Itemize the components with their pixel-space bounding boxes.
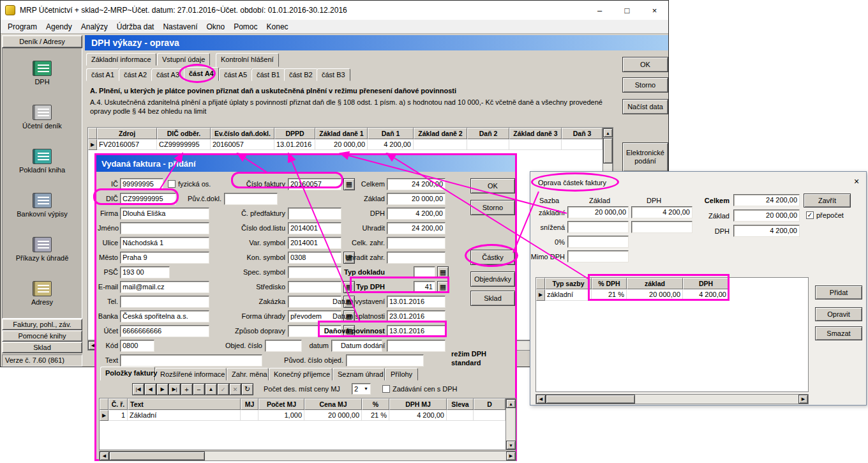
- sklad-button[interactable]: Sklad: [470, 291, 515, 306]
- nav-first-button[interactable]: |◀: [132, 383, 144, 395]
- menu-agendy[interactable]: Agendy: [41, 20, 77, 33]
- menu-okno[interactable]: Okno: [202, 20, 229, 33]
- typ-dph-field[interactable]: 41: [414, 281, 435, 293]
- ulice-field[interactable]: Náchodská 1: [120, 237, 209, 249]
- elektronicke-podani-button[interactable]: Elektronické podání: [622, 142, 668, 172]
- items-vscrollbar[interactable]: ▲ ▼: [505, 398, 516, 450]
- menu-program[interactable]: Program: [3, 20, 41, 33]
- pridat-button[interactable]: Přidat: [815, 285, 862, 300]
- sidebar-item-ucetni-denik[interactable]: Účetní deník: [22, 105, 62, 130]
- dph-cell-zaklad1[interactable]: 20 000,00: [315, 139, 368, 150]
- sidebar-item-adresy[interactable]: Adresy: [31, 281, 53, 306]
- items-col-dph-mj[interactable]: DPH MJ: [389, 398, 447, 410]
- nav-next-button[interactable]: ▶: [156, 383, 168, 395]
- vscroll-thumb[interactable]: [603, 138, 613, 163]
- oprava-col-indicator[interactable]: [536, 278, 545, 289]
- items-col-indicator[interactable]: [100, 398, 108, 410]
- menu-udrzba-dat[interactable]: Údržba dat: [112, 20, 159, 33]
- invoice-titlebar[interactable]: Vydaná faktura - přidání: [96, 155, 515, 172]
- menu-nastaveni[interactable]: Nastavení: [158, 20, 202, 33]
- typ-dph-lookup-button[interactable]: ▦: [437, 281, 449, 293]
- menu-pomoc[interactable]: Pomoc: [229, 20, 262, 33]
- puvod-cislo-objed-field[interactable]: [346, 354, 424, 367]
- nav-insert-button[interactable]: +: [181, 383, 193, 395]
- nav-prior-button[interactable]: ◀: [144, 383, 156, 395]
- hscroll-thumb[interactable]: [109, 452, 205, 460]
- dph-cell-dan1[interactable]: 4 200,00: [368, 139, 414, 150]
- opravit-button[interactable]: Opravit: [815, 307, 862, 321]
- text-field[interactable]: [120, 354, 262, 367]
- items-cell-pct[interactable]: 21 %: [362, 410, 389, 421]
- tab-konecny-prijemce[interactable]: Konečný příjemce: [269, 368, 333, 381]
- menu-analyzy[interactable]: Analýzy: [77, 20, 112, 33]
- oprava-close-button[interactable]: ×: [851, 176, 862, 187]
- firma-field[interactable]: Dlouhá Eliška: [120, 208, 209, 220]
- oprava-cell-zaklad[interactable]: 20 000,00: [627, 289, 683, 301]
- tab-cast-a5[interactable]: část A5: [219, 68, 252, 81]
- sidebar-item-prikazy-k-uhrade[interactable]: Příkazy k úhradě: [16, 237, 69, 262]
- titlebar[interactable]: MRP Účetnictví + sklad~2-MRP~Účet. datum…: [1, 1, 668, 20]
- smazat-button[interactable]: Smazat: [815, 326, 862, 340]
- snizena-dph-field[interactable]: [631, 221, 692, 233]
- scroll-up-icon[interactable]: ▲: [506, 399, 516, 408]
- sidebar-item-pokladni-kniha[interactable]: Pokladní kniha: [19, 149, 65, 174]
- dph-cell-dic[interactable]: CZ99999995: [157, 139, 211, 150]
- nacist-data-button[interactable]: Načíst data: [622, 99, 668, 114]
- danova-povinnost-field[interactable]: 13.01.2016: [387, 325, 445, 337]
- tab-prilohy[interactable]: Přílohy: [385, 368, 418, 381]
- items-col-pct[interactable]: %: [362, 398, 389, 410]
- tab-rozsirene-informace[interactable]: Rozšířené informace: [155, 368, 227, 381]
- fyzicka-os-checkbox[interactable]: [168, 180, 176, 188]
- storno-button[interactable]: Storno: [622, 77, 668, 93]
- scroll-up-icon[interactable]: ▲: [603, 128, 613, 137]
- oprava-hscrollbar[interactable]: ◀ ▶: [535, 394, 809, 404]
- decimals-select[interactable]: 2 ▼: [352, 383, 371, 395]
- nav-delete-button[interactable]: −: [193, 383, 205, 395]
- tab-cast-b3[interactable]: část B3: [317, 68, 350, 81]
- hscroll-thumb[interactable]: [546, 395, 635, 404]
- tab-vstupni-udaje[interactable]: Vstupní údaje: [157, 53, 210, 66]
- zakladni-dph-field[interactable]: 4 200,00: [631, 206, 692, 218]
- close-button[interactable]: ×: [641, 1, 668, 20]
- dph-cell-dan3[interactable]: [562, 139, 602, 150]
- invoice-hscrollbar[interactable]: ◀ ▶: [99, 451, 516, 461]
- oprava-cell-pct-dph[interactable]: 21 %: [592, 289, 627, 301]
- dph-col-dic[interactable]: DIČ odběr.: [157, 128, 211, 139]
- scroll-right-icon[interactable]: ▶: [798, 395, 808, 404]
- mesto-field[interactable]: Praha 9: [120, 252, 209, 264]
- tab-polozky-faktury[interactable]: Položky faktury: [100, 367, 155, 381]
- scroll-down-icon[interactable]: ▼: [506, 441, 516, 450]
- items-col-sleva[interactable]: Sleva: [447, 398, 474, 410]
- puv-c-dokl-field[interactable]: [224, 193, 278, 205]
- typ-dokladu-lookup-button[interactable]: ▦: [437, 266, 449, 278]
- tab-cast-a3[interactable]: část A3: [151, 68, 184, 81]
- tab-zahr-mena[interactable]: Zahr. měna: [227, 368, 269, 381]
- tab-seznam-uhrad[interactable]: Seznam úhrad: [333, 368, 385, 381]
- items-col-d[interactable]: D: [474, 398, 505, 410]
- objed-cislo-field[interactable]: [265, 340, 302, 352]
- oprava-col-typ-sazby[interactable]: Typ sazby: [545, 278, 592, 289]
- nav-edit-button[interactable]: ▲: [205, 383, 217, 395]
- kod-field[interactable]: 0800: [120, 340, 154, 352]
- snizena-zaklad-field[interactable]: [567, 221, 629, 233]
- dph-col-dan1[interactable]: Daň 1: [368, 128, 414, 139]
- sidebar-bar-sklad[interactable]: Sklad: [2, 342, 82, 353]
- items-cell-text[interactable]: Základní: [128, 410, 241, 421]
- castky-button[interactable]: Částky: [470, 250, 515, 265]
- oprava-col-pct-dph[interactable]: % DPH: [592, 278, 627, 289]
- tel-field[interactable]: [120, 296, 209, 308]
- typ-dokladu-field[interactable]: [414, 266, 435, 278]
- oprava-col-dph[interactable]: DPH: [683, 278, 729, 289]
- oprava-cell-typ-sazby[interactable]: základní: [545, 289, 592, 301]
- dph-cell-dan2[interactable]: [467, 139, 509, 150]
- tab-cast-b2[interactable]: část B2: [284, 68, 318, 81]
- datum-vystaveni-field[interactable]: 13.01.2016: [387, 296, 445, 308]
- tab-cast-a1[interactable]: část A1: [86, 68, 119, 81]
- items-cell-sleva[interactable]: [447, 410, 474, 421]
- dph-cell-zaklad3[interactable]: [509, 139, 562, 150]
- minimize-button[interactable]: –: [586, 1, 613, 20]
- tab-cast-a4[interactable]: část A4: [184, 67, 219, 81]
- scroll-left-icon[interactable]: ◀: [536, 395, 546, 404]
- dph-col-dan2[interactable]: Daň 2: [467, 128, 509, 139]
- scroll-right-icon[interactable]: ▶: [506, 452, 516, 460]
